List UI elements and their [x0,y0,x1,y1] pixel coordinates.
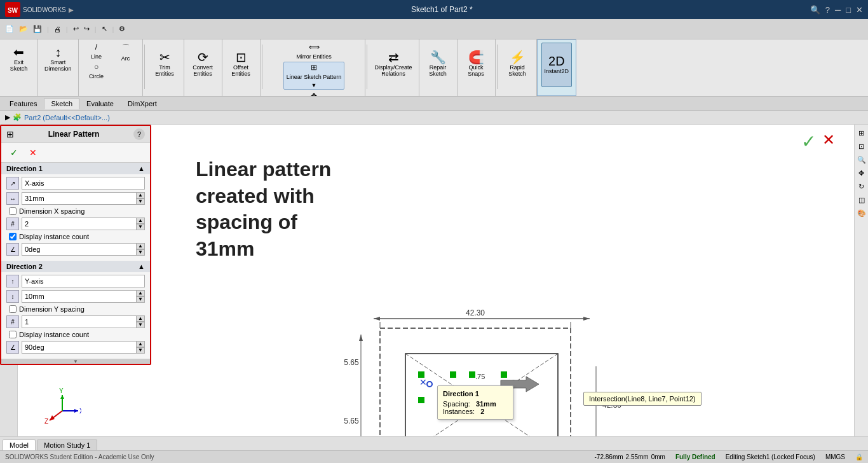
direction1-spacing-icon[interactable]: ↔ [6,192,19,205]
search-icon[interactable]: 🔍 [810,5,820,15]
direction1-instances-icon[interactable]: # [6,218,19,230]
tab-dimxpert[interactable]: DimXpert [121,98,164,109]
motion-study-tab[interactable]: Motion Study 1 [37,439,97,450]
rotate-btn[interactable]: ↻ [856,181,867,192]
direction1-instances-spinner: ▲ ▼ [136,218,145,230]
display-instance-count1-checkbox[interactable] [9,233,17,240]
repair-sketch-btn[interactable]: 🔧 RepairSketch [424,42,452,86]
repair-section: 🔧 RepairSketch [419,39,458,96]
display-relations-btn[interactable]: ⇄ Display/CreateRelations [372,42,415,86]
print-btn[interactable]: 🖨 [51,24,64,34]
redo-btn[interactable]: ↪ [81,24,92,34]
display-instance-count1-label[interactable]: Display instance count [19,233,89,240]
exit-sketch-btn[interactable]: ⬅ ExitSketch [5,42,33,86]
offset-entities-btn[interactable]: ⊡ OffsetEntities [227,42,255,86]
direction1-angle-up[interactable]: ▲ [136,243,145,249]
direction2-angle-up[interactable]: ▲ [136,341,145,347]
direction1-spacing-up[interactable]: ▲ [136,192,145,198]
direction1-header[interactable]: Direction 1 ▲ [1,163,150,174]
direction2-axis-input[interactable] [22,275,145,287]
mirror-entities-btn[interactable]: ⟺ Mirror Entities [294,42,334,60]
section-view-btn[interactable]: ◫ [856,194,867,205]
display-instance-count2-checkbox[interactable] [9,331,17,338]
instant2d-section: 2D Instant2D [537,39,577,96]
smart-dimension-btn[interactable]: ↕ SmartDimension [42,42,74,86]
view-orient-btn[interactable]: ⊞ [856,127,867,139]
direction2-spacing-input[interactable] [22,290,136,303]
lock-icon: 🔒 [855,453,863,460]
circle-btn[interactable]: ○Circle [83,62,111,80]
pan-btn[interactable]: ✥ [856,167,867,179]
instant2d-btn[interactable]: 2D Instant2D [541,43,573,87]
lp-ok-btn[interactable]: ✓ [6,146,22,160]
direction2-header[interactable]: Direction 2 ▲ [1,261,150,272]
direction2-spacing-up[interactable]: ▲ [136,290,145,296]
direction1-angle-down[interactable]: ▼ [136,249,145,256]
canvas-ok-btn[interactable]: ✓ [801,131,816,152]
direction1-instances-up[interactable]: ▲ [136,218,145,224]
direction1-axis-input[interactable] [22,177,145,190]
direction1-tooltip: Direction 1 Spacing: 31mm Instances: 2 [437,385,513,420]
minimize-btn[interactable]: ─ [835,5,841,15]
direction1-instances-input[interactable] [22,218,136,230]
help-icon[interactable]: ? [825,5,830,15]
breadcrumb[interactable]: Part2 (Default<<Default>...) [24,114,110,121]
canvas-cancel-btn[interactable]: ✕ [822,131,835,149]
direction1-angle-icon[interactable]: ∠ [6,243,19,256]
display-style-btn[interactable]: 🎨 [856,207,867,219]
dimension-y-spacing-checkbox[interactable] [9,305,17,313]
direction2-instances-icon[interactable]: # [6,315,19,328]
tab-sketch[interactable]: Sketch [44,98,79,109]
tooltip-instances: Instances: 2 [443,408,508,415]
lp-help-btn[interactable]: ? [133,128,145,140]
convert-entities-btn[interactable]: ⟳ ConvertEntities [189,42,217,86]
close-btn[interactable]: ✕ [856,5,863,15]
display-relations-section: ⇄ Display/CreateRelations [369,39,419,96]
move-entities-btn[interactable]: ✥ Move Entities [294,91,334,97]
direction2-spacing-down[interactable]: ▼ [136,296,145,303]
direction2-axis-icon[interactable]: ↑ [6,275,19,287]
open-btn[interactable]: 📂 [17,24,31,34]
direction2-angle-input[interactable] [22,341,136,354]
maximize-btn[interactable]: □ [846,5,851,15]
options-btn[interactable]: ⚙ [116,24,128,34]
arc-btn[interactable]: ⌒Arc [112,42,140,62]
direction1-spacing-input[interactable] [22,192,136,205]
select-btn[interactable]: ↖ [99,24,110,34]
display-instance-count2-row: Display instance count [6,331,145,338]
direction1-angle-input[interactable] [22,243,136,256]
tab-features[interactable]: Features [3,98,44,109]
rapid-sketch-btn[interactable]: ⚡ RapidSketch [503,42,531,86]
intersect-tooltip: Intersection(Line8, Line7, Point12) [583,392,702,406]
direction2-angle-icon[interactable]: ∠ [6,341,19,354]
dimension-y-spacing-label[interactable]: Dimension Y spacing [19,305,85,313]
direction2-spacing-icon[interactable]: ↕ [6,290,19,303]
dimension-x-spacing-checkbox[interactable] [9,207,17,215]
trim-entities-btn[interactable]: ✂ TrimEntities [151,42,179,86]
save-btn[interactable]: 💾 [31,24,44,34]
lp-scroll-area[interactable]: Direction 1 ▲ ↗ ↔ ▲ ▼ [1,163,150,359]
direction1-spacing-down[interactable]: ▼ [136,198,145,205]
trim-section: ✂ TrimEntities [146,39,184,96]
tooltip-spacing: Spacing: 31mm [443,400,508,408]
model-tab[interactable]: Model [3,439,36,450]
status-bar: SOLIDWORKS Student Edition - Academic Us… [0,450,868,463]
dimension-x-spacing-label[interactable]: Dimension X spacing [19,207,85,215]
direction1-axis-icon[interactable]: ↗ [6,177,19,190]
display-instance-count2-label[interactable]: Display instance count [19,331,89,338]
direction2-instances-input[interactable] [22,315,136,328]
direction1-instances-down[interactable]: ▼ [136,224,145,230]
direction2-instances-down[interactable]: ▼ [136,322,145,328]
zoom-fit-btn[interactable]: ⊡ [856,141,867,152]
tab-evaluate[interactable]: Evaluate [79,98,121,109]
lp-cancel-btn[interactable]: ✕ [25,146,41,160]
direction2-instances-up[interactable]: ▲ [136,315,145,322]
expand-arrow[interactable]: ▶ [5,113,10,121]
new-btn[interactable]: 📄 [3,24,17,34]
zoom-area-btn[interactable]: 🔍 [856,154,867,165]
direction2-angle-down[interactable]: ▼ [136,347,145,354]
linear-sketch-pattern-btn[interactable]: ⊞ Linear Sketch Pattern ▼ [283,62,345,90]
undo-btn[interactable]: ↩ [71,24,81,34]
quick-snaps-btn[interactable]: 🧲 QuickSnaps [462,42,490,86]
line-btn[interactable]: /Line [83,42,111,60]
